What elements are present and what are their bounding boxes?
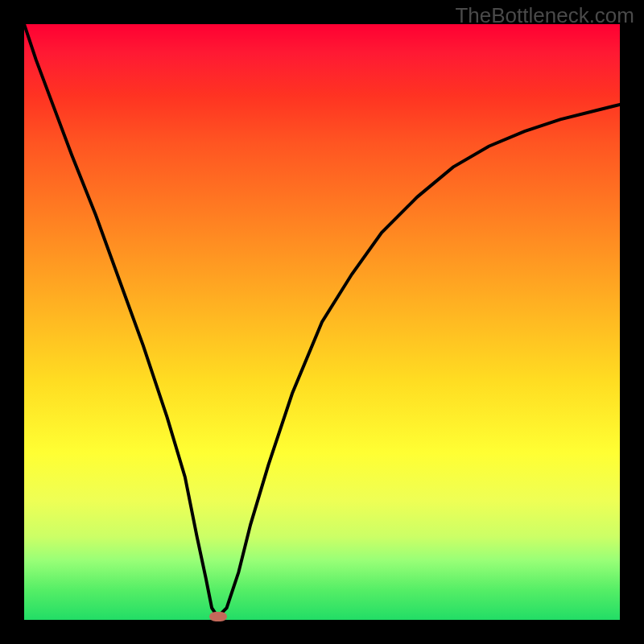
- plot-area: [24, 24, 620, 620]
- chart-frame: TheBottleneck.com: [0, 0, 644, 644]
- curve-svg: [24, 24, 620, 620]
- minimum-marker: [209, 612, 227, 621]
- bottleneck-curve-path: [24, 24, 620, 617]
